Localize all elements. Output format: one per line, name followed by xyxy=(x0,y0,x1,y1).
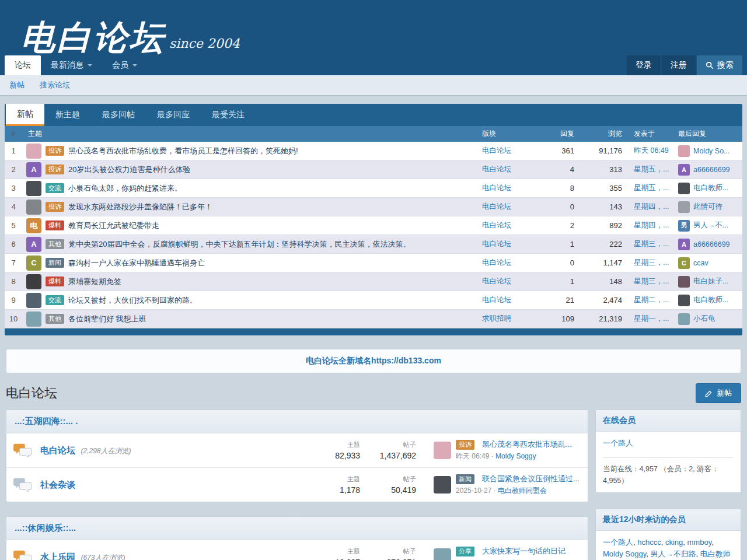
category-title[interactable]: ...:五湖四海::... . xyxy=(6,410,588,433)
last-reply-user-link[interactable]: 男人→不... xyxy=(693,220,728,230)
widget-tab[interactable]: 新主题 xyxy=(44,104,91,126)
register-button[interactable]: 注册 xyxy=(662,55,696,75)
forum-link[interactable]: 电白论坛 xyxy=(482,258,511,267)
visitor-link[interactable]: hchccc xyxy=(637,538,661,547)
widget-tab[interactable]: 最多回帖 xyxy=(91,104,146,126)
latest-post-user-link[interactable]: 电白教师同盟会 xyxy=(498,487,547,495)
latest-post-user-link[interactable]: Moldy Soggy xyxy=(495,452,536,460)
forum-link[interactable]: 电白论坛 xyxy=(482,184,511,192)
topic-title-link[interactable]: 柬埔寨短期免签 xyxy=(68,276,121,287)
topic-title-link[interactable]: 小泉石龟太郎，你妈的赶紧进来。 xyxy=(68,183,182,194)
topic-avatar[interactable]: 电 xyxy=(22,218,46,233)
topic-title-link[interactable]: 教育局长江允武被纪委带走 xyxy=(68,220,159,231)
topic-avatar[interactable]: A xyxy=(22,237,46,252)
topic-title-link[interactable]: 发现水东两处路段沙井盖像陷阱！已多年！ xyxy=(68,202,212,212)
topic-title-link[interactable]: 各位前辈们好 我想上班 xyxy=(68,314,146,324)
visitor-link[interactable]: Moldy Soggy xyxy=(603,550,646,558)
forum-link[interactable]: 电白论坛 xyxy=(482,165,511,173)
visitor-link[interactable]: 男人→不归路 xyxy=(650,550,696,558)
last-reply-avatar[interactable]: A xyxy=(678,239,690,250)
post-date-link[interactable]: 星期三，... xyxy=(634,277,669,285)
post-date-link[interactable]: 星期三，... xyxy=(634,240,669,248)
last-reply-user-link[interactable]: 电白妹子... xyxy=(693,276,728,286)
post-date-link[interactable]: 星期一，... xyxy=(634,314,669,323)
visitor-link[interactable]: 一个路人 xyxy=(603,538,633,547)
last-reply-user-link[interactable]: a66666699 xyxy=(693,240,730,249)
post-date-link[interactable]: 星期五，... xyxy=(634,184,669,192)
nav-tab-latest-news[interactable]: 最新消息 xyxy=(41,55,102,75)
post-date-link[interactable]: 昨天 06:49 xyxy=(634,146,669,155)
last-reply-avatar[interactable] xyxy=(678,295,690,306)
forum-link[interactable]: 求职招聘 xyxy=(482,314,511,323)
site-logo[interactable]: 电白论坛 xyxy=(21,20,166,54)
post-date-link[interactable]: 星期五，... xyxy=(634,165,669,173)
last-reply-user-link[interactable]: Moldy So... xyxy=(693,147,730,155)
last-reply-user-link[interactable]: 小石龟 xyxy=(693,314,715,324)
topic-badge[interactable]: 投诉 xyxy=(46,146,64,156)
latest-post-title-link[interactable]: 大家快来写一句话的日记 xyxy=(482,546,566,556)
topic-title-link[interactable]: 森沟村一户人家在家中熟睡遭遇车祸身亡 xyxy=(68,258,205,268)
topic-badge[interactable]: 其他 xyxy=(46,239,64,249)
search-button[interactable]: 搜索 xyxy=(697,55,742,75)
subnav-search-forum-link[interactable]: 搜索论坛 xyxy=(40,80,70,90)
last-reply-avatar[interactable] xyxy=(678,183,690,194)
topic-badge[interactable]: 新闻 xyxy=(46,258,64,268)
post-date-link[interactable]: 星期二，... xyxy=(634,296,669,304)
last-reply-user-link[interactable]: a66666699 xyxy=(693,166,730,174)
latest-post-title-link[interactable]: 联合国紧急会议压倒性通过... xyxy=(482,474,580,484)
latest-post-avatar[interactable] xyxy=(434,442,451,459)
nav-tab-forum[interactable]: 论坛 xyxy=(5,55,41,75)
nav-tab-members[interactable]: 会员 xyxy=(102,55,147,75)
last-reply-avatar[interactable]: C xyxy=(678,257,690,269)
topic-avatar[interactable]: C xyxy=(22,256,46,271)
visitor-link[interactable]: cking xyxy=(665,538,683,547)
last-reply-avatar[interactable]: A xyxy=(678,164,690,176)
widget-tab[interactable]: 最多回应 xyxy=(146,104,201,126)
forum-link[interactable]: 电白论坛 xyxy=(482,296,511,304)
topic-badge[interactable]: 爆料 xyxy=(46,276,64,286)
last-reply-avatar[interactable] xyxy=(678,313,690,325)
topic-avatar[interactable] xyxy=(22,293,46,308)
forum-name-link[interactable]: 电白论坛 xyxy=(40,445,75,455)
last-reply-avatar[interactable] xyxy=(678,276,690,288)
visitor-link[interactable]: mmboy xyxy=(687,538,712,547)
topic-badge[interactable]: 投诉 xyxy=(46,202,64,212)
topic-badge[interactable]: 交流 xyxy=(46,183,64,193)
topic-avatar[interactable] xyxy=(22,144,46,159)
post-date-link[interactable]: 星期四，... xyxy=(634,202,669,211)
login-button[interactable]: 登录 xyxy=(627,55,661,75)
topic-avatar[interactable] xyxy=(22,312,46,327)
latest-post-badge[interactable]: 新闻 xyxy=(456,474,474,484)
latest-post-badge[interactable]: 分享 xyxy=(456,547,474,556)
forum-link[interactable]: 电白论坛 xyxy=(482,202,511,211)
post-date-link[interactable]: 星期三，... xyxy=(634,258,669,267)
last-reply-user-link[interactable]: ccav xyxy=(693,259,708,267)
widget-tab[interactable]: 新帖 xyxy=(6,104,44,126)
notice-banner[interactable]: 电白论坛全新域名https://db133.com xyxy=(6,349,741,373)
online-members-title[interactable]: 在线会员 xyxy=(596,410,741,432)
topic-badge[interactable]: 其他 xyxy=(46,314,64,324)
forum-link[interactable]: 电白论坛 xyxy=(482,146,511,155)
forum-name-link[interactable]: 水上乐园 xyxy=(40,552,75,560)
subnav-new-posts-link[interactable]: 新帖 xyxy=(9,80,25,90)
topic-title-link[interactable]: 党中央第20届四中全会，反腐旗帜鲜明，中央下达新五年计划：坚持科学决策，民主决策… xyxy=(68,239,410,250)
forum-link[interactable]: 电白论坛 xyxy=(482,221,511,229)
new-post-button[interactable]: 新帖 xyxy=(696,383,741,403)
topic-title-link[interactable]: 20岁出头被公权力迫害是种什么体验 xyxy=(68,164,190,175)
topic-avatar[interactable] xyxy=(22,181,46,196)
topic-avatar[interactable] xyxy=(22,200,46,215)
category-title[interactable]: ...::休闲娱乐::... xyxy=(6,517,588,540)
recent-visitors-title[interactable]: 最近12小时来访的会员 xyxy=(596,509,741,531)
latest-post-avatar[interactable] xyxy=(434,476,451,494)
topic-badge[interactable]: 投诉 xyxy=(46,164,64,174)
last-reply-user-link[interactable]: 此情可待 xyxy=(693,202,722,212)
latest-post-badge[interactable]: 投诉 xyxy=(456,440,474,450)
topic-title-link[interactable]: 论坛又被封，大伙们找不到回家的路。 xyxy=(68,295,197,306)
last-reply-avatar[interactable]: 男 xyxy=(678,220,690,232)
topic-avatar[interactable] xyxy=(22,274,46,289)
online-member-link[interactable]: 一个路人 xyxy=(603,439,633,447)
widget-tab[interactable]: 最受关注 xyxy=(201,104,256,126)
topic-title-link[interactable]: 黑心茂名粤西农批市场乱收费，看市场员工是怎样回答的，笑死她妈! xyxy=(68,146,298,156)
forum-name-link[interactable]: 社会杂谈 xyxy=(40,480,75,489)
last-reply-user-link[interactable]: 电白教师... xyxy=(693,295,728,305)
